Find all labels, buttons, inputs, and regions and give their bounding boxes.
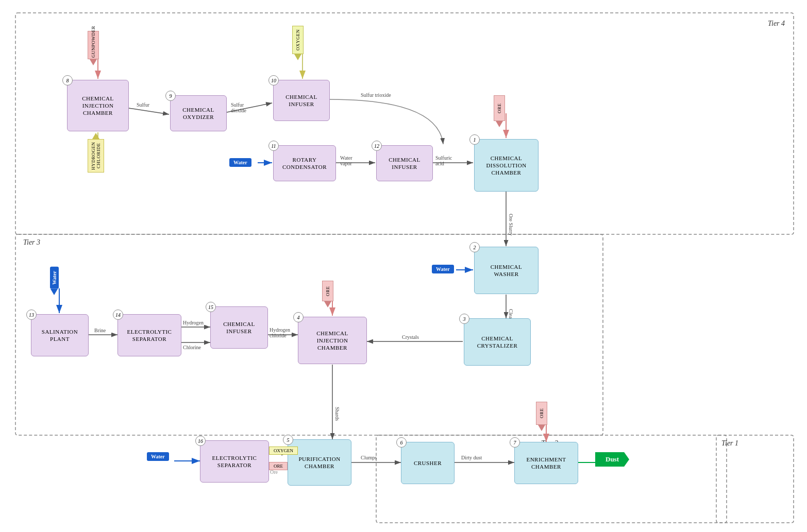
svg-text:acid: acid [435, 161, 444, 166]
svg-text:Brine: Brine [94, 328, 106, 333]
svg-marker-65 [51, 289, 58, 295]
node-14: 14 ElectrolyticSeparator [117, 314, 181, 356]
svg-rect-5 [15, 13, 794, 234]
ore-input-7: Ore [536, 402, 547, 431]
ore-input-1: Ore [494, 95, 505, 127]
node-6: 6 Crusher [401, 442, 455, 484]
gunpowder-input: Gunpowder [88, 31, 99, 65]
svg-marker-61 [90, 59, 97, 65]
svg-text:Tier 3: Tier 3 [23, 238, 40, 246]
svg-text:Dirty dust: Dirty dust [461, 455, 482, 460]
svg-text:Crystals: Crystals [402, 334, 419, 340]
svg-text:Tier 1: Tier 1 [721, 439, 738, 447]
svg-text:Hydrogen: Hydrogen [183, 320, 204, 325]
node-12: 12 ChemicalInfuser [376, 145, 433, 181]
svg-marker-64 [496, 121, 503, 127]
ore-input-4: Ore [322, 281, 333, 307]
node-13: 13 SalinationPlant [31, 314, 89, 356]
svg-line-15 [227, 103, 272, 112]
hcl-input: Hydrogen Chloride [88, 133, 104, 173]
water-badge-2: Water [432, 265, 454, 273]
svg-rect-8 [716, 435, 794, 523]
node-8: 8 ChemicalInjectionChamber [67, 80, 129, 131]
svg-text:Clumps: Clumps [361, 455, 377, 460]
svg-text:Sulfur: Sulfur [137, 102, 150, 108]
svg-text:Chlorine: Chlorine [183, 345, 201, 350]
node-1: 1 ChemicalDissolutionChamber [474, 139, 539, 192]
svg-text:chloride: chloride [270, 333, 287, 338]
svg-text:Water: Water [340, 155, 352, 161]
svg-line-13 [129, 108, 169, 114]
svg-text:Sulfur: Sulfur [231, 102, 244, 108]
svg-marker-66 [324, 301, 331, 307]
node-10: 10 ChemicalInfuser [273, 80, 330, 121]
svg-text:Shards: Shards [334, 407, 340, 421]
ore-input-5: Ore [269, 462, 288, 470]
oxygen-input-10: Oxygen [292, 26, 304, 60]
water-badge-13: Water [49, 267, 59, 295]
svg-text:Ore Slurry: Ore Slurry [508, 214, 514, 236]
svg-marker-63 [294, 54, 301, 60]
water-badge-11: Water [229, 158, 251, 167]
svg-text:Sulfuric: Sulfuric [435, 155, 452, 161]
svg-marker-62 [92, 133, 99, 139]
svg-text:vapor: vapor [340, 161, 352, 166]
svg-text:dioxide: dioxide [231, 108, 247, 113]
node-16: 16 ElectrolyticSeparator [200, 440, 269, 483]
node-9: 9 ChemicalOxydizer [170, 95, 227, 131]
water-badge-16: Water [147, 452, 169, 461]
node-7: 7 EnrichmentChamber [514, 442, 578, 484]
svg-text:Sulfur trioxide: Sulfur trioxide [361, 92, 391, 98]
oxygen-output-16: Oxygen [269, 447, 298, 455]
node-2: 2 ChemicalWasher [474, 247, 539, 294]
svg-marker-67 [538, 425, 545, 431]
node-4: 4 ChemicalInjectionChamber [298, 317, 367, 364]
diagram-container: { "title": "Chemical Processing Diagram"… [0, 0, 807, 532]
node-11: 11 RotaryCondensator [273, 145, 336, 181]
dust-output: Dust [595, 452, 629, 467]
node-15: 15 ChemicalInfuser [210, 306, 268, 349]
svg-text:Tier 4: Tier 4 [768, 20, 785, 27]
svg-text:Hydrogen: Hydrogen [270, 327, 290, 333]
node-3: 3 ChemicalCrystalizer [464, 318, 531, 366]
